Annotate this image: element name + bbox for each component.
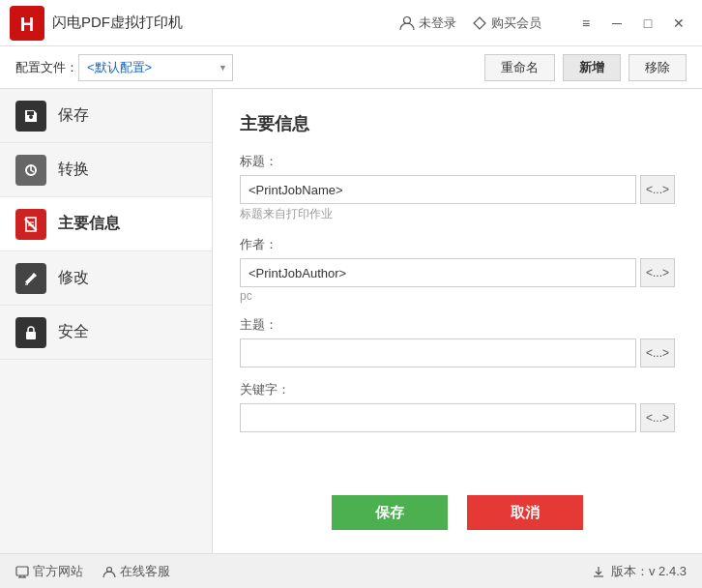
field-author: 作者： <...> pc (240, 236, 675, 303)
label-author: 作者： (240, 236, 675, 253)
sidebar-label-convert: 转换 (58, 160, 89, 180)
label-title: 标题： (240, 153, 675, 170)
sidebar-item-modify[interactable]: 修改 (0, 251, 212, 306)
hint-author: pc (240, 289, 675, 303)
sidebar-label-save: 保存 (58, 105, 89, 126)
remove-button[interactable]: 移除 (629, 54, 687, 81)
sidebar-item-main-info[interactable]: 主要信息 (0, 197, 212, 251)
service-icon (102, 565, 116, 578)
input-row-subject: <...> (240, 338, 675, 368)
bottom-buttons: 保存 取消 (240, 480, 675, 530)
login-button[interactable]: 未登录 (399, 15, 456, 32)
rename-button[interactable]: 重命名 (484, 54, 555, 81)
hint-title: 标题来自打印作业 (240, 206, 675, 222)
sidebar-label-security: 安全 (58, 322, 89, 342)
member-button[interactable]: 购买会员 (472, 15, 541, 32)
website-link[interactable]: 官方网站 (15, 563, 83, 580)
minimize-button[interactable]: ─ (603, 12, 630, 35)
diamond-icon (472, 15, 487, 31)
ellipsis-keywords-button[interactable]: <...> (640, 403, 675, 432)
sidebar-item-save[interactable]: 保存 (0, 89, 212, 143)
save-button[interactable]: 保存 (332, 495, 448, 530)
service-label: 在线客服 (120, 563, 170, 580)
config-select[interactable]: <默认配置> (78, 54, 233, 81)
field-subject: 主题： <...> (240, 316, 675, 368)
ellipsis-title-button[interactable]: <...> (640, 175, 675, 204)
config-bar: 配置文件： <默认配置> 重命名 新增 移除 (0, 46, 702, 89)
security-icon (15, 317, 46, 348)
website-icon (15, 565, 29, 578)
ellipsis-subject-button[interactable]: <...> (640, 338, 675, 368)
svg-rect-9 (16, 567, 28, 575)
label-keywords: 关键字： (240, 381, 675, 398)
footer: 官方网站 在线客服 版本：v 2.4.3 (0, 553, 702, 588)
svg-text:H: H (20, 14, 34, 35)
ellipsis-author-button[interactable]: <...> (640, 258, 675, 287)
modify-icon (15, 263, 46, 294)
sidebar-item-convert[interactable]: 转换 (0, 143, 212, 197)
version-label: 版本：v 2.4.3 (611, 563, 687, 580)
sidebar-label-modify: 修改 (58, 268, 89, 288)
label-subject: 主题： (240, 316, 675, 334)
section-title: 主要信息 (240, 112, 675, 135)
title-bar: H 闪电PDF虚拟打印机 未登录 购买会员 ≡ ─ □ ✕ (0, 0, 702, 46)
user-icon (399, 15, 415, 31)
title-actions: 未登录 购买会员 ≡ ─ □ ✕ (399, 12, 692, 35)
menu-button[interactable]: ≡ (572, 12, 600, 35)
config-label: 配置文件： (15, 59, 78, 76)
input-row-title: <...> (240, 175, 675, 204)
info-icon (15, 209, 46, 240)
field-title: 标题： <...> 标题来自打印作业 (240, 153, 675, 222)
footer-left: 官方网站 在线客服 (15, 563, 170, 580)
sidebar-label-main-info: 主要信息 (58, 214, 120, 234)
input-title[interactable] (240, 175, 636, 204)
sidebar: 保存 转换 主要信息 (0, 89, 213, 553)
download-icon (592, 565, 605, 578)
app-title: 闪电PDF虚拟打印机 (52, 14, 399, 32)
save-icon (15, 101, 46, 132)
maximize-button[interactable]: □ (634, 12, 661, 35)
sidebar-item-security[interactable]: 安全 (0, 306, 212, 360)
svg-marker-3 (474, 17, 485, 29)
input-row-keywords: <...> (240, 403, 675, 432)
content-area: 主要信息 标题： <...> 标题来自打印作业 作者： <...> pc 主题： (213, 89, 702, 553)
main-layout: 保存 转换 主要信息 (0, 89, 702, 553)
add-button[interactable]: 新增 (563, 54, 621, 81)
field-keywords: 关键字： <...> (240, 381, 675, 432)
cancel-button[interactable]: 取消 (467, 495, 583, 530)
footer-right: 版本：v 2.4.3 (592, 563, 687, 580)
website-label: 官方网站 (33, 563, 83, 580)
convert-icon (15, 155, 46, 186)
input-keywords[interactable] (240, 403, 636, 432)
service-link[interactable]: 在线客服 (102, 563, 170, 580)
input-author[interactable] (240, 258, 636, 287)
input-subject[interactable] (240, 338, 636, 368)
svg-rect-8 (26, 332, 36, 339)
input-row-author: <...> (240, 258, 675, 287)
window-controls: ≡ ─ □ ✕ (572, 12, 692, 35)
config-select-wrap: <默认配置> (78, 54, 233, 81)
app-logo-icon: H (10, 6, 44, 41)
close-button[interactable]: ✕ (665, 12, 692, 35)
